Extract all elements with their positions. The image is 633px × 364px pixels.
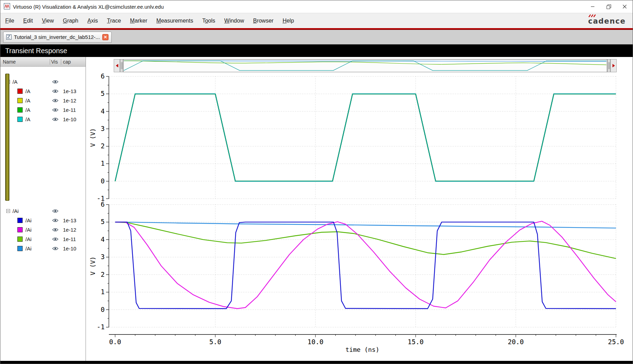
menu-axis[interactable]: Axis bbox=[87, 18, 98, 24]
eye-icon[interactable] bbox=[52, 228, 58, 232]
graph-tab-icon bbox=[6, 34, 11, 40]
visibility-cell bbox=[50, 89, 61, 93]
y-tick-label: 0 bbox=[101, 306, 105, 313]
trace--a-cap-1e-12[interactable] bbox=[115, 94, 616, 181]
signal-group-name: /A bbox=[13, 79, 17, 85]
menu-bar: FileEditViewGraphAxisTraceMarkerMeasurem… bbox=[0, 13, 633, 28]
window-title: Virtuoso (R) Visualization & Analysis XL… bbox=[13, 4, 164, 10]
menu-window[interactable]: Window bbox=[224, 18, 244, 24]
menu-browser[interactable]: Browser bbox=[253, 18, 274, 24]
eye-icon[interactable] bbox=[52, 80, 58, 84]
eye-icon[interactable] bbox=[52, 237, 58, 241]
y-tick-label: 6 bbox=[101, 72, 105, 80]
overview-miniature bbox=[124, 60, 607, 72]
y-tick-label: 2 bbox=[101, 142, 105, 150]
cap-value: 1e-12 bbox=[61, 98, 86, 104]
eye-icon[interactable] bbox=[52, 108, 58, 112]
scroll-right-button[interactable] bbox=[610, 59, 617, 72]
tree-signal-row[interactable]: /A1e-13 bbox=[0, 86, 86, 96]
y-tick-label: 4 bbox=[101, 235, 105, 243]
eye-icon[interactable] bbox=[52, 247, 58, 250]
cadence-logo: cadence bbox=[588, 14, 626, 25]
visibility-cell bbox=[50, 117, 61, 121]
trace-color-swatch bbox=[17, 227, 23, 232]
maximize-button[interactable] bbox=[601, 0, 617, 13]
cap-value: 1e-12 bbox=[61, 227, 86, 233]
tree-signal-row[interactable]: /Ai1e-10 bbox=[0, 244, 86, 253]
tree-group-row[interactable]: /A bbox=[0, 77, 86, 86]
tree-header: Name Vis cap bbox=[0, 57, 86, 67]
x-tick-label: 20.0 bbox=[508, 338, 524, 346]
scroll-handle-left[interactable] bbox=[120, 59, 123, 72]
tree-signal-row[interactable]: /Ai1e-11 bbox=[0, 234, 86, 244]
scroll-left-button[interactable] bbox=[114, 59, 120, 72]
tree-group-row[interactable]: /Ai bbox=[0, 206, 86, 216]
eye-icon[interactable] bbox=[52, 117, 58, 121]
menu-graph[interactable]: Graph bbox=[63, 18, 78, 24]
trace--ai-cap-1e-12[interactable] bbox=[115, 221, 616, 309]
trace--ai-cap-1e-10[interactable] bbox=[115, 222, 616, 228]
scroll-handle-right[interactable] bbox=[607, 59, 610, 72]
plot-canvas[interactable]: 6543210-1V (V)6543210-1V (V)0.05.010.015… bbox=[86, 57, 633, 361]
visibility-cell bbox=[50, 228, 61, 232]
title-bar: Virtuoso (R) Visualization & Analysis XL… bbox=[0, 0, 633, 13]
tree-signal-row[interactable]: /A1e-12 bbox=[0, 96, 86, 105]
visibility-cell bbox=[50, 108, 61, 112]
menu-measurements[interactable]: Measurements bbox=[157, 18, 193, 24]
y-tick-label: 4 bbox=[101, 107, 105, 115]
column-name[interactable]: Name bbox=[0, 59, 50, 65]
tab-active[interactable]: Tutorial_3 sim_inverter_dc_lab512-... ✕ bbox=[3, 32, 112, 43]
close-button[interactable] bbox=[617, 0, 633, 13]
menu-view[interactable]: View bbox=[42, 18, 54, 24]
collapse-icon[interactable] bbox=[6, 209, 10, 213]
trace--a-cap-1e-10[interactable] bbox=[115, 94, 616, 181]
y-axis-title: V (V) bbox=[89, 256, 96, 275]
cap-value: 1e-10 bbox=[61, 116, 86, 122]
eye-icon[interactable] bbox=[52, 209, 58, 213]
overview-slider[interactable] bbox=[123, 59, 607, 72]
section-header: Transient Response bbox=[0, 44, 633, 57]
trace--a-cap-1e-13[interactable] bbox=[115, 94, 616, 181]
menu-trace[interactable]: Trace bbox=[107, 18, 121, 24]
signal-name: /Ai bbox=[25, 217, 32, 223]
signal-name: /A bbox=[25, 98, 30, 104]
menu-tools[interactable]: Tools bbox=[202, 18, 215, 24]
trace--ai-cap-1e-13[interactable] bbox=[115, 222, 616, 308]
minimize-icon bbox=[591, 5, 595, 9]
strip-indicator[interactable] bbox=[5, 74, 9, 201]
tree-signal-row[interactable]: /Ai1e-13 bbox=[0, 216, 86, 225]
left-arrow-icon bbox=[116, 64, 118, 67]
menu-edit[interactable]: Edit bbox=[23, 18, 33, 24]
app-window: Virtuoso (R) Visualization & Analysis XL… bbox=[0, 0, 633, 364]
column-vis[interactable]: Vis bbox=[50, 59, 61, 65]
eye-icon[interactable] bbox=[52, 99, 58, 102]
tree-signal-row[interactable]: /A1e-11 bbox=[0, 105, 86, 115]
y-tick-label: 0 bbox=[101, 177, 105, 185]
trace--ai-cap-1e-11[interactable] bbox=[115, 222, 616, 258]
overview-scrollbar[interactable] bbox=[114, 59, 617, 72]
eye-icon[interactable] bbox=[52, 89, 58, 93]
y-tick-label: 1 bbox=[101, 288, 105, 296]
column-cap[interactable]: cap bbox=[61, 59, 86, 65]
trace-color-swatch bbox=[17, 107, 23, 113]
menu-file[interactable]: File bbox=[5, 18, 14, 24]
menu-help[interactable]: Help bbox=[282, 18, 294, 24]
x-tick-label: 15.0 bbox=[408, 338, 424, 346]
visibility-cell bbox=[50, 80, 61, 84]
tab-close-button[interactable]: ✕ bbox=[102, 34, 109, 40]
menu-items: FileEditViewGraphAxisTraceMarkerMeasurem… bbox=[5, 18, 294, 24]
minimize-button[interactable] bbox=[585, 0, 601, 13]
tree-signal-row[interactable]: /A1e-10 bbox=[0, 115, 86, 124]
trace--a-cap-1e-11[interactable] bbox=[115, 94, 616, 181]
trace-color-swatch bbox=[17, 98, 23, 103]
trace-color-swatch bbox=[17, 246, 23, 251]
visibility-cell bbox=[50, 247, 61, 250]
signal-name: /A bbox=[25, 116, 30, 122]
tree-signal-row[interactable]: /Ai1e-12 bbox=[0, 225, 86, 234]
menu-marker[interactable]: Marker bbox=[130, 18, 147, 24]
status-bar bbox=[0, 361, 633, 364]
trace-color-swatch bbox=[17, 218, 23, 223]
tree-group-a: /A/A1e-13/A1e-12/A1e-11/A1e-10 bbox=[0, 77, 86, 124]
eye-icon[interactable] bbox=[52, 218, 58, 222]
signal-name-cell: /Ai bbox=[0, 217, 50, 223]
